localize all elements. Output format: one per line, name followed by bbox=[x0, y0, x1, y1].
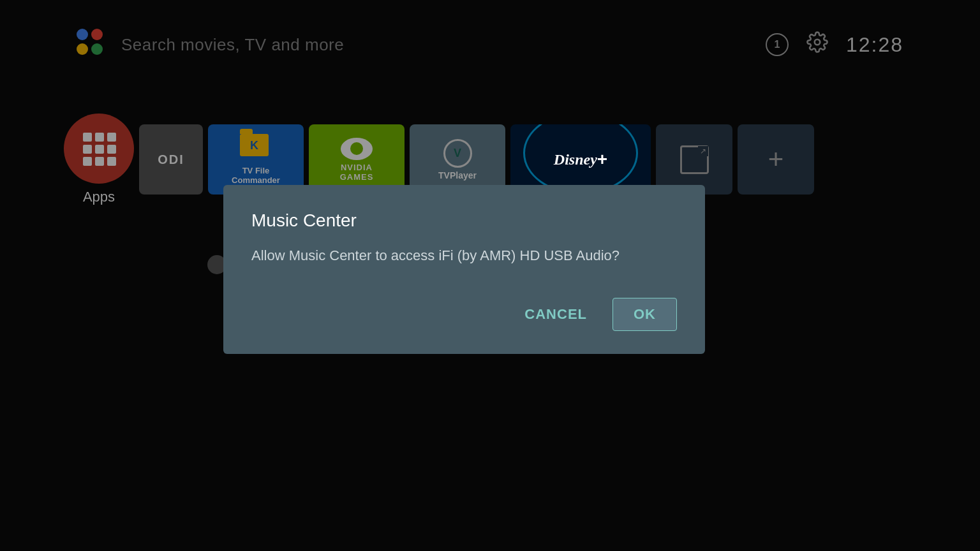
ok-button[interactable]: OK bbox=[612, 298, 677, 331]
permission-dialog: Music Center Allow Music Center to acces… bbox=[223, 185, 705, 354]
disney-label: Disney bbox=[554, 151, 597, 168]
dialog-title: Music Center bbox=[251, 210, 677, 231]
dialog-buttons: CANCEL OK bbox=[251, 298, 677, 331]
dialog-message: Allow Music Center to access iFi (by AMR… bbox=[251, 245, 677, 266]
cancel-button[interactable]: CANCEL bbox=[512, 300, 600, 329]
disney-plus-sign: + bbox=[597, 149, 607, 170]
